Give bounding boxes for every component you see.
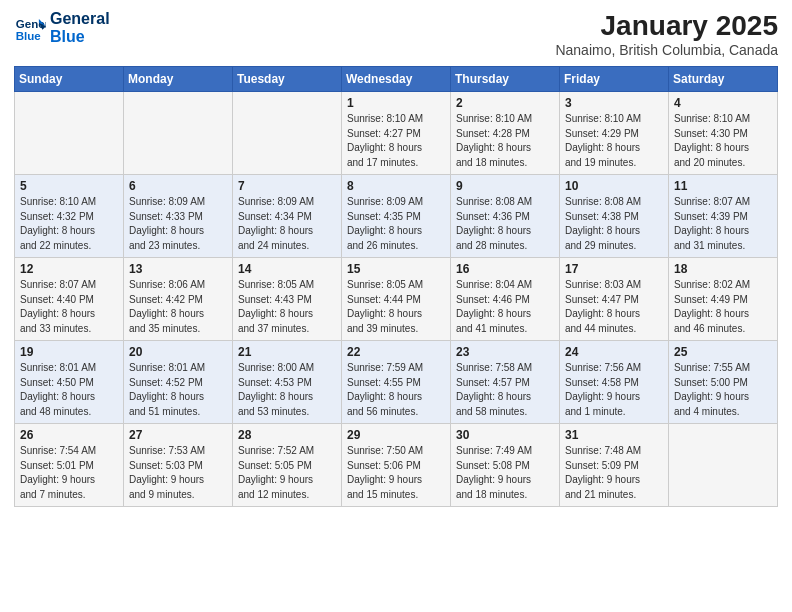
calendar-cell: 3Sunrise: 8:10 AM Sunset: 4:29 PM Daylig… [560,92,669,175]
day-number: 12 [20,262,118,276]
day-info: Sunrise: 8:03 AM Sunset: 4:47 PM Dayligh… [565,278,663,336]
day-info: Sunrise: 7:54 AM Sunset: 5:01 PM Dayligh… [20,444,118,502]
calendar-cell: 24Sunrise: 7:56 AM Sunset: 4:58 PM Dayli… [560,341,669,424]
calendar-cell: 25Sunrise: 7:55 AM Sunset: 5:00 PM Dayli… [669,341,778,424]
day-number: 19 [20,345,118,359]
day-number: 17 [565,262,663,276]
day-number: 27 [129,428,227,442]
calendar-week-5: 26Sunrise: 7:54 AM Sunset: 5:01 PM Dayli… [15,424,778,507]
weekday-header-tuesday: Tuesday [233,67,342,92]
calendar-cell: 31Sunrise: 7:48 AM Sunset: 5:09 PM Dayli… [560,424,669,507]
day-info: Sunrise: 8:02 AM Sunset: 4:49 PM Dayligh… [674,278,772,336]
day-number: 18 [674,262,772,276]
day-number: 29 [347,428,445,442]
weekday-header-thursday: Thursday [451,67,560,92]
day-number: 4 [674,96,772,110]
calendar-cell: 17Sunrise: 8:03 AM Sunset: 4:47 PM Dayli… [560,258,669,341]
day-info: Sunrise: 8:04 AM Sunset: 4:46 PM Dayligh… [456,278,554,336]
day-info: Sunrise: 7:58 AM Sunset: 4:57 PM Dayligh… [456,361,554,419]
calendar-cell: 26Sunrise: 7:54 AM Sunset: 5:01 PM Dayli… [15,424,124,507]
page-title: January 2025 [555,10,778,42]
day-info: Sunrise: 7:52 AM Sunset: 5:05 PM Dayligh… [238,444,336,502]
calendar-cell [124,92,233,175]
calendar-week-1: 1Sunrise: 8:10 AM Sunset: 4:27 PM Daylig… [15,92,778,175]
day-number: 20 [129,345,227,359]
day-info: Sunrise: 8:00 AM Sunset: 4:53 PM Dayligh… [238,361,336,419]
logo-line2: Blue [50,28,110,46]
day-info: Sunrise: 8:09 AM Sunset: 4:34 PM Dayligh… [238,195,336,253]
day-number: 8 [347,179,445,193]
day-info: Sunrise: 8:07 AM Sunset: 4:39 PM Dayligh… [674,195,772,253]
calendar-cell: 13Sunrise: 8:06 AM Sunset: 4:42 PM Dayli… [124,258,233,341]
logo-line1: General [50,10,110,28]
day-number: 13 [129,262,227,276]
logo-icon: General Blue [14,12,46,44]
day-info: Sunrise: 8:01 AM Sunset: 4:52 PM Dayligh… [129,361,227,419]
calendar-cell: 7Sunrise: 8:09 AM Sunset: 4:34 PM Daylig… [233,175,342,258]
header: General Blue General Blue January 2025 N… [14,10,778,58]
day-info: Sunrise: 7:56 AM Sunset: 4:58 PM Dayligh… [565,361,663,419]
calendar-cell [233,92,342,175]
day-number: 3 [565,96,663,110]
calendar-cell: 27Sunrise: 7:53 AM Sunset: 5:03 PM Dayli… [124,424,233,507]
day-number: 22 [347,345,445,359]
calendar-cell [15,92,124,175]
day-info: Sunrise: 7:48 AM Sunset: 5:09 PM Dayligh… [565,444,663,502]
weekday-header-monday: Monday [124,67,233,92]
day-number: 14 [238,262,336,276]
day-number: 1 [347,96,445,110]
calendar-cell: 11Sunrise: 8:07 AM Sunset: 4:39 PM Dayli… [669,175,778,258]
weekday-header-wednesday: Wednesday [342,67,451,92]
day-info: Sunrise: 8:05 AM Sunset: 4:44 PM Dayligh… [347,278,445,336]
day-number: 5 [20,179,118,193]
calendar-cell: 8Sunrise: 8:09 AM Sunset: 4:35 PM Daylig… [342,175,451,258]
calendar-cell: 23Sunrise: 7:58 AM Sunset: 4:57 PM Dayli… [451,341,560,424]
day-info: Sunrise: 8:10 AM Sunset: 4:32 PM Dayligh… [20,195,118,253]
page: General Blue General Blue January 2025 N… [0,0,792,612]
day-number: 28 [238,428,336,442]
day-info: Sunrise: 8:10 AM Sunset: 4:27 PM Dayligh… [347,112,445,170]
calendar-cell: 4Sunrise: 8:10 AM Sunset: 4:30 PM Daylig… [669,92,778,175]
calendar-cell: 1Sunrise: 8:10 AM Sunset: 4:27 PM Daylig… [342,92,451,175]
day-number: 23 [456,345,554,359]
page-subtitle: Nanaimo, British Columbia, Canada [555,42,778,58]
day-info: Sunrise: 8:10 AM Sunset: 4:28 PM Dayligh… [456,112,554,170]
day-info: Sunrise: 7:49 AM Sunset: 5:08 PM Dayligh… [456,444,554,502]
day-number: 11 [674,179,772,193]
calendar-cell: 6Sunrise: 8:09 AM Sunset: 4:33 PM Daylig… [124,175,233,258]
day-info: Sunrise: 8:05 AM Sunset: 4:43 PM Dayligh… [238,278,336,336]
day-info: Sunrise: 8:09 AM Sunset: 4:35 PM Dayligh… [347,195,445,253]
logo: General Blue General Blue [14,10,110,45]
calendar-cell: 9Sunrise: 8:08 AM Sunset: 4:36 PM Daylig… [451,175,560,258]
day-number: 2 [456,96,554,110]
day-info: Sunrise: 8:10 AM Sunset: 4:30 PM Dayligh… [674,112,772,170]
calendar-week-4: 19Sunrise: 8:01 AM Sunset: 4:50 PM Dayli… [15,341,778,424]
day-number: 10 [565,179,663,193]
day-number: 15 [347,262,445,276]
calendar-cell: 30Sunrise: 7:49 AM Sunset: 5:08 PM Dayli… [451,424,560,507]
calendar-cell: 14Sunrise: 8:05 AM Sunset: 4:43 PM Dayli… [233,258,342,341]
calendar-cell: 29Sunrise: 7:50 AM Sunset: 5:06 PM Dayli… [342,424,451,507]
calendar-table: SundayMondayTuesdayWednesdayThursdayFrid… [14,66,778,507]
day-info: Sunrise: 7:53 AM Sunset: 5:03 PM Dayligh… [129,444,227,502]
calendar-cell: 5Sunrise: 8:10 AM Sunset: 4:32 PM Daylig… [15,175,124,258]
day-number: 25 [674,345,772,359]
calendar-week-2: 5Sunrise: 8:10 AM Sunset: 4:32 PM Daylig… [15,175,778,258]
calendar-cell: 12Sunrise: 8:07 AM Sunset: 4:40 PM Dayli… [15,258,124,341]
day-info: Sunrise: 8:10 AM Sunset: 4:29 PM Dayligh… [565,112,663,170]
day-info: Sunrise: 8:01 AM Sunset: 4:50 PM Dayligh… [20,361,118,419]
day-number: 7 [238,179,336,193]
calendar-cell [669,424,778,507]
calendar-cell: 21Sunrise: 8:00 AM Sunset: 4:53 PM Dayli… [233,341,342,424]
day-info: Sunrise: 8:09 AM Sunset: 4:33 PM Dayligh… [129,195,227,253]
calendar-cell: 18Sunrise: 8:02 AM Sunset: 4:49 PM Dayli… [669,258,778,341]
day-number: 21 [238,345,336,359]
calendar-cell: 16Sunrise: 8:04 AM Sunset: 4:46 PM Dayli… [451,258,560,341]
calendar-cell: 20Sunrise: 8:01 AM Sunset: 4:52 PM Dayli… [124,341,233,424]
day-info: Sunrise: 7:50 AM Sunset: 5:06 PM Dayligh… [347,444,445,502]
calendar-cell: 28Sunrise: 7:52 AM Sunset: 5:05 PM Dayli… [233,424,342,507]
day-number: 30 [456,428,554,442]
day-number: 16 [456,262,554,276]
day-number: 31 [565,428,663,442]
calendar-cell: 19Sunrise: 8:01 AM Sunset: 4:50 PM Dayli… [15,341,124,424]
